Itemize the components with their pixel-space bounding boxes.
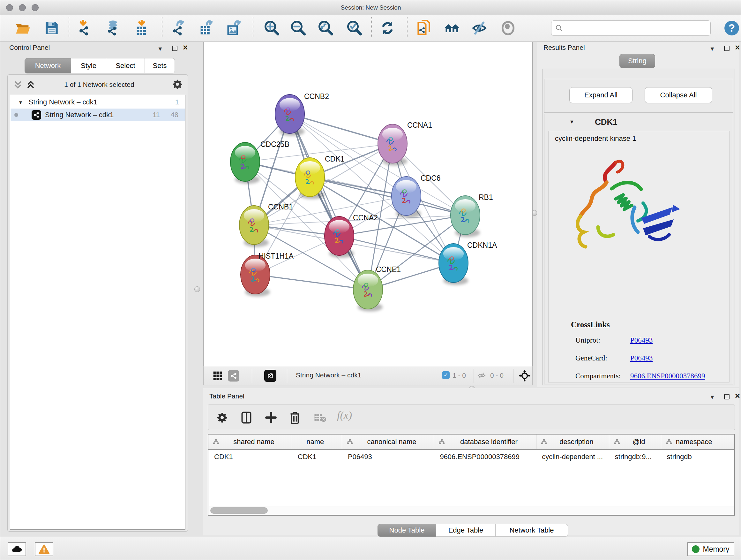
home-networks-button[interactable]	[443, 18, 461, 38]
tab-node-table[interactable]: Node Table	[378, 524, 436, 537]
tab-network-table[interactable]: Network Table	[495, 524, 568, 537]
crosslink-compartments-link[interactable]: 9606.ENSP00000378699	[630, 372, 705, 380]
save-session-button[interactable]	[43, 18, 61, 38]
birds-eye-grid-icon[interactable]	[212, 371, 223, 381]
search-input[interactable]	[563, 22, 711, 35]
cell-name: CDK1	[292, 453, 342, 461]
table-row[interactable]: CDK1 CDK1 P06493 9606.ENSP00000378699 cy…	[208, 450, 734, 464]
gene-description: cyclin-dependent kinase 1	[555, 134, 636, 143]
results-panel-float-icon[interactable]	[724, 46, 730, 51]
selected-checkbox-icon[interactable]: ✓	[442, 371, 450, 379]
tab-network[interactable]: Network	[24, 58, 71, 73]
column-type-icon	[347, 439, 353, 445]
column-header[interactable]: canonical name	[342, 435, 434, 449]
export-image-button[interactable]	[225, 18, 243, 38]
crosslink-genecard-link[interactable]: P06493	[630, 354, 653, 362]
column-header[interactable]: shared name	[208, 435, 292, 449]
fit-content-crosshair-icon[interactable]	[519, 370, 530, 381]
zoom-in-icon	[264, 20, 280, 37]
zoom-selected-icon	[346, 20, 363, 37]
gene-name: CDK1	[595, 117, 617, 127]
network-collection-row[interactable]: ▼ String Network – cdk1 1	[10, 96, 185, 109]
hide-selected-button[interactable]	[470, 18, 488, 38]
divider	[513, 369, 514, 383]
import-network-file-button[interactable]	[76, 18, 94, 38]
results-panel-title: Results Panel	[543, 44, 585, 51]
column-header[interactable]: description	[536, 435, 609, 449]
status-bar: Memory	[0, 537, 741, 560]
zoom-selected-button[interactable]	[346, 18, 363, 38]
column-header[interactable]: database identifier	[434, 435, 536, 449]
crosslink-label: Compartments:	[576, 372, 621, 380]
network-overview-icon[interactable]	[228, 370, 239, 381]
string-network-graph[interactable]: CCNB2CCNA1CDC25BCDK1CDC6RB1CCNB1CCNA2CDK…	[204, 42, 532, 366]
control-panel-menu-chevron[interactable]: ▼	[157, 46, 163, 52]
zoom-out-button[interactable]	[289, 18, 307, 38]
control-panel-float-icon[interactable]	[172, 46, 178, 51]
export-network-button[interactable]	[170, 18, 188, 38]
network-edge-count: 48	[171, 111, 179, 119]
crosslink-uniprot-link[interactable]: P06493	[630, 336, 653, 345]
first-neighbors-button[interactable]	[415, 18, 433, 38]
collapse-all-icon[interactable]	[13, 79, 23, 90]
svg-text:CDK1: CDK1	[325, 155, 344, 163]
crosslink-label: GeneCard:	[576, 354, 607, 362]
results-panel-close-icon[interactable]: ×	[735, 44, 740, 51]
table-panel-title: Table Panel	[209, 392, 245, 400]
horizontal-scrollbar[interactable]	[209, 506, 734, 514]
column-header[interactable]: name	[292, 435, 342, 449]
create-column-plus-icon[interactable]	[265, 411, 277, 424]
refresh-button[interactable]	[379, 18, 396, 38]
results-panel-menu-chevron[interactable]: ▼	[710, 46, 715, 52]
expand-all-icon[interactable]	[26, 79, 36, 90]
cloud-tasks-button[interactable]	[8, 542, 26, 556]
gene-collapse-arrow[interactable]: ▼	[569, 119, 575, 125]
column-header[interactable]: namespace	[661, 435, 734, 449]
import-table-icon	[133, 20, 150, 37]
tab-sets[interactable]: Sets	[145, 58, 175, 73]
network-node-count: 11	[152, 111, 160, 119]
network-row-selected[interactable]: String Network – cdk1 11 48	[10, 109, 185, 121]
tab-edge-table[interactable]: Edge Table	[436, 524, 495, 537]
import-table-button[interactable]	[133, 18, 151, 38]
warnings-button[interactable]	[35, 542, 53, 556]
export-table-icon	[198, 20, 214, 37]
open-session-button[interactable]	[14, 18, 32, 38]
import-network-database-button[interactable]	[104, 18, 122, 38]
show-all-button[interactable]	[499, 18, 517, 38]
delete-column-trash-icon[interactable]	[289, 411, 300, 424]
table-panel-float-icon[interactable]	[724, 394, 730, 399]
selected-node-edge-count: 1 - 0	[453, 372, 466, 379]
zoom-in-button[interactable]	[263, 18, 281, 38]
show-columns-icon[interactable]	[241, 411, 252, 424]
collection-label: String Network – cdk1	[29, 98, 97, 106]
help-icon: ?	[724, 20, 740, 36]
tab-string[interactable]: String	[619, 54, 655, 68]
collapse-all-button[interactable]: Collapse All	[645, 87, 712, 103]
svg-text:CDC25B: CDC25B	[260, 140, 289, 148]
hidden-node-edge-count: 0 - 0	[490, 372, 503, 379]
open-in-new-icon[interactable]	[264, 370, 276, 382]
table-panel-menu-chevron[interactable]: ▼	[710, 394, 715, 401]
tab-style[interactable]: Style	[71, 58, 106, 73]
divider	[474, 369, 474, 383]
left-splitter-handle[interactable]	[194, 287, 200, 292]
table-panel: Table Panel ▼ × f(x)	[203, 388, 739, 536]
zoom-fit-button[interactable]	[317, 18, 335, 38]
expand-all-button[interactable]: Expand All	[569, 87, 632, 103]
titlebar: Session: New Session	[0, 0, 741, 15]
network-canvas[interactable]: CCNB2CCNA1CDC25BCDK1CDC6RB1CCNB1CCNA2CDK…	[203, 42, 533, 366]
collection-expand-arrow[interactable]: ▼	[18, 100, 23, 105]
table-options-gear-icon[interactable]	[216, 412, 228, 423]
control-panel-close-icon[interactable]: ×	[183, 44, 188, 51]
network-options-gear-icon[interactable]	[172, 79, 183, 90]
export-table-button[interactable]	[197, 18, 215, 38]
help-button[interactable]: ?	[723, 18, 741, 38]
scrollbar-thumb[interactable]	[210, 507, 268, 514]
tab-select[interactable]: Select	[106, 58, 145, 73]
hidden-eye-slash-icon	[477, 371, 486, 380]
column-type-icon	[666, 439, 672, 445]
column-header[interactable]: @id	[609, 435, 661, 449]
table-panel-close-icon[interactable]: ×	[735, 393, 740, 399]
memory-button[interactable]: Memory	[687, 542, 734, 556]
